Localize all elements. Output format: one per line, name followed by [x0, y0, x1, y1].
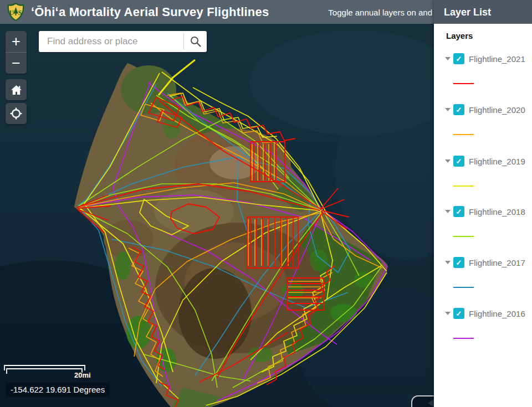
layer-item-flightline-2021: ✓ Flightline_2021 [434, 53, 532, 65]
layer-label: Flightline_2016 [469, 309, 525, 318]
attribution-arrow-icon [428, 399, 434, 407]
legend-swatch [453, 83, 474, 84]
legend-swatch [453, 287, 474, 288]
zoom-control: + − [6, 31, 27, 74]
chevron-down-icon[interactable] [445, 159, 451, 163]
search-box [39, 31, 207, 52]
map-canvas[interactable] [0, 0, 434, 407]
legend-swatch [453, 134, 474, 135]
layer-item-flightline-2016: ✓ Flightline_2016 [434, 307, 532, 320]
layer-label: Flightline_2019 [469, 157, 525, 166]
chevron-down-icon[interactable] [445, 108, 451, 111]
layer-checkbox[interactable]: ✓ [453, 156, 464, 167]
layer-checkbox[interactable]: ✓ [453, 257, 464, 268]
coordinates-readout: -154.622 19.691 Degrees [6, 383, 110, 397]
layer-row[interactable]: ✓ Flightline_2016 [434, 307, 532, 320]
search-button[interactable] [184, 31, 207, 52]
layer-item-flightline-2020: ✓ Flightline_2020 [434, 104, 532, 116]
zoom-in-button[interactable]: + [6, 31, 27, 52]
layer-checkbox[interactable]: ✓ [453, 308, 464, 319]
layer-label: Flightline_2018 [469, 207, 525, 217]
crosshair-icon [10, 107, 22, 120]
layer-list-panel: Layer List Layers ✓ Flightline_2021 ✓ Fl… [434, 0, 532, 407]
app-window: U S ʻŌhiʻa Mortality Aerial Survey Fligh… [0, 0, 532, 407]
layer-label: Flightline_2021 [469, 54, 525, 64]
layer-row[interactable]: ✓ Flightline_2019 [434, 155, 532, 167]
panel-title: Layer List [434, 0, 532, 24]
chevron-down-icon[interactable] [445, 57, 451, 60]
layer-label: Flightline_2017 [469, 258, 525, 267]
layer-row[interactable]: ✓ Flightline_2018 [434, 205, 532, 218]
layer-label: Flightline_2020 [469, 105, 525, 115]
layer-item-flightline-2018: ✓ Flightline_2018 [434, 205, 532, 218]
layer-row[interactable]: ✓ Flightline_2021 [434, 53, 532, 65]
app-header: U S ʻŌhiʻa Mortality Aerial Survey Fligh… [0, 0, 434, 24]
chevron-down-icon[interactable] [445, 210, 451, 213]
home-button[interactable] [6, 79, 27, 100]
legend-swatch [453, 186, 474, 187]
magnifier-icon [190, 35, 202, 48]
layer-row[interactable]: ✓ Flightline_2020 [434, 104, 532, 116]
usfs-shield-icon: U S [7, 3, 25, 21]
layer-checkbox[interactable]: ✓ [453, 53, 464, 64]
search-input[interactable] [39, 31, 183, 52]
layer-checkbox[interactable]: ✓ [453, 104, 464, 115]
legend-swatch [453, 236, 474, 237]
layers-section-label: Layers [446, 31, 532, 40]
svg-text:S: S [18, 9, 22, 17]
locate-button[interactable] [6, 103, 27, 124]
header-subtitle: Toggle annual layers on and [328, 0, 432, 24]
zoom-out-button[interactable]: − [6, 53, 27, 74]
scale-bar: 20mi [3, 363, 102, 380]
layer-checkbox[interactable]: ✓ [453, 206, 464, 217]
scale-label: 20mi [74, 371, 91, 379]
home-icon [11, 85, 22, 95]
chevron-down-icon[interactable] [445, 312, 451, 315]
svg-text:U: U [9, 9, 14, 17]
page-title: ʻŌhiʻa Mortality Aerial Survey Flightlin… [31, 5, 269, 19]
legend-swatch [453, 338, 474, 339]
layer-row[interactable]: ✓ Flightline_2017 [434, 256, 532, 269]
layer-item-flightline-2017: ✓ Flightline_2017 [434, 256, 532, 269]
layer-item-flightline-2019: ✓ Flightline_2019 [434, 155, 532, 167]
chevron-down-icon[interactable] [445, 261, 451, 264]
